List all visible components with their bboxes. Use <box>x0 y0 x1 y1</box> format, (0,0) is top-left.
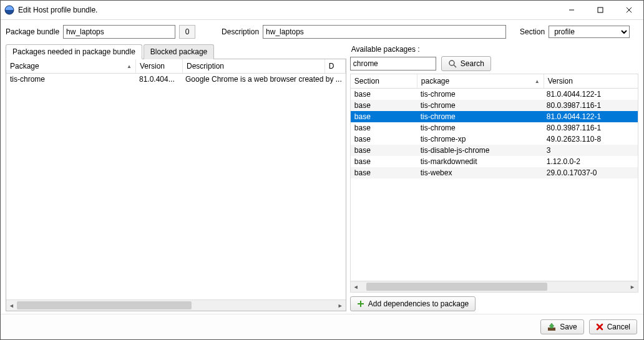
left-pane: Packages needed in package bundle Blocke… <box>6 44 346 311</box>
available-packages-label: Available packages : <box>350 44 638 56</box>
col-version[interactable]: Version <box>136 59 183 73</box>
search-button[interactable]: Search <box>441 56 491 71</box>
svg-line-7 <box>454 65 456 67</box>
col-description[interactable]: Description <box>183 59 325 73</box>
cell-section: base <box>351 157 417 166</box>
section-label: Section <box>520 27 545 36</box>
cell-section: base <box>351 168 417 177</box>
search-icon <box>448 59 457 68</box>
scroll-left-icon[interactable]: ◄ <box>6 300 17 311</box>
sort-asc-icon: ▲ <box>127 64 132 69</box>
sort-asc-icon: ▲ <box>535 79 540 84</box>
col-extra-label: D <box>329 62 334 70</box>
col-available-version[interactable]: Version <box>544 74 638 88</box>
description-input[interactable] <box>263 25 506 39</box>
save-button[interactable]: Save <box>540 319 583 334</box>
svg-rect-9 <box>358 303 364 304</box>
cell-package: tis-chrome <box>417 124 543 132</box>
cell-package: tis-disable-js-chrome <box>417 146 543 155</box>
cancel-button[interactable]: Cancel <box>589 319 637 334</box>
save-icon <box>547 323 556 331</box>
svg-rect-3 <box>598 7 603 12</box>
left-grid-body[interactable]: tis-chrome81.0.404...Google Chrome is a … <box>6 74 346 299</box>
cell-section: base <box>351 101 417 110</box>
right-hscroll[interactable]: ◄ ► <box>351 281 638 292</box>
col-package[interactable]: Package ▲ <box>6 59 136 73</box>
col-available-package[interactable]: package ▲ <box>417 74 544 88</box>
description-label: Description <box>222 27 259 36</box>
window: Edit Host profile bundle. Package bundle… <box>0 0 644 340</box>
scroll-right-icon[interactable]: ► <box>335 300 346 311</box>
plus-icon <box>357 300 364 308</box>
table-row[interactable]: basetis-chrome80.0.3987.116-1 <box>351 100 638 111</box>
cell-package: tis-webex <box>417 168 543 177</box>
right-grid: Section package ▲ Version basetis-chrome… <box>350 74 638 293</box>
table-row[interactable]: tis-chrome81.0.404...Google Chrome is a … <box>6 74 346 85</box>
minimize-button[interactable] <box>557 1 586 19</box>
scroll-left-icon[interactable]: ◄ <box>351 281 361 292</box>
col-section[interactable]: Section <box>351 74 417 88</box>
cell-version: 1.12.0.0-2 <box>543 157 638 166</box>
cell-package: tis-chrome-xp <box>417 135 543 143</box>
cell-section: base <box>351 112 417 121</box>
right-grid-body[interactable]: basetis-chrome81.0.4044.122-1basetis-chr… <box>351 89 638 281</box>
table-row[interactable]: basetis-webex29.0.0.17037-0 <box>351 167 638 178</box>
form-row: Package bundle 0 Description Section pro… <box>1 20 643 44</box>
close-button[interactable] <box>615 1 643 19</box>
search-row: Search <box>350 56 638 71</box>
cell-section: base <box>351 90 417 99</box>
footer: Save Cancel <box>1 314 643 339</box>
content-area: Packages needed in package bundle Blocke… <box>1 44 643 314</box>
left-grid: Package ▲ Version Description D tis-chro… <box>6 59 346 311</box>
left-tabs: Packages needed in package bundle Blocke… <box>6 44 346 59</box>
add-deps-row: Add dependencies to package <box>350 293 638 311</box>
cancel-button-label: Cancel <box>607 323 630 331</box>
cancel-icon <box>596 323 603 331</box>
table-row[interactable]: basetis-chrome81.0.4044.122-1 <box>351 111 638 122</box>
scroll-right-icon[interactable]: ► <box>627 281 638 292</box>
col-available-version-label: Version <box>548 77 573 85</box>
tab-packages-needed[interactable]: Packages needed in package bundle <box>6 44 142 59</box>
maximize-button[interactable] <box>586 1 615 19</box>
col-section-label: Section <box>354 77 379 85</box>
col-available-package-label: package <box>421 77 449 85</box>
col-version-label: Version <box>140 62 165 70</box>
cell-package: tis-chrome <box>417 112 543 121</box>
cell-version: 29.0.0.17037-0 <box>543 168 638 177</box>
table-row[interactable]: basetis-chrome-xp49.0.2623.110-8 <box>351 134 638 145</box>
cell-section: base <box>351 135 417 143</box>
app-icon <box>4 5 14 15</box>
cell-version: 80.0.3987.116-1 <box>543 101 638 110</box>
table-row[interactable]: basetis-chrome81.0.4044.122-1 <box>351 89 638 100</box>
table-row[interactable]: basetis-markdownedit1.12.0.0-2 <box>351 156 638 167</box>
package-bundle-label: Package bundle <box>6 27 59 36</box>
table-row[interactable]: basetis-chrome80.0.3987.116-1 <box>351 122 638 134</box>
cell-package: tis-chrome <box>417 101 543 110</box>
left-hscroll[interactable]: ◄ ► <box>6 299 346 311</box>
cell-version: 81.0.4044.122-1 <box>543 90 638 99</box>
tab-blocked-package[interactable]: Blocked package <box>144 44 214 59</box>
cell-version: 81.0.404... <box>135 75 182 84</box>
search-input[interactable] <box>350 57 436 70</box>
col-package-label: Package <box>10 62 39 70</box>
svg-point-6 <box>449 61 454 66</box>
col-extra[interactable]: D <box>325 59 346 73</box>
search-button-label: Search <box>461 59 484 68</box>
cell-version: 80.0.3987.116-1 <box>543 124 638 132</box>
left-grid-header: Package ▲ Version Description D <box>6 59 346 74</box>
col-description-label: Description <box>187 62 224 70</box>
add-dependencies-button[interactable]: Add dependencies to package <box>350 296 476 311</box>
section-select[interactable]: profile <box>549 26 630 38</box>
cell-section: base <box>351 146 417 155</box>
cell-description: Google Chrome is a web browser created b… <box>182 75 346 84</box>
cell-version: 3 <box>543 146 638 155</box>
save-button-label: Save <box>560 323 577 331</box>
right-pane: Available packages : Search Section pack… <box>350 44 638 311</box>
right-grid-header: Section package ▲ Version <box>351 74 638 89</box>
table-row[interactable]: basetis-disable-js-chrome3 <box>351 145 638 156</box>
cell-package: tis-markdownedit <box>417 157 543 166</box>
add-dependencies-label: Add dependencies to package <box>368 299 469 308</box>
cell-package: tis-chrome <box>6 75 135 84</box>
package-bundle-input[interactable] <box>63 25 175 39</box>
titlebar: Edit Host profile bundle. <box>1 1 643 20</box>
